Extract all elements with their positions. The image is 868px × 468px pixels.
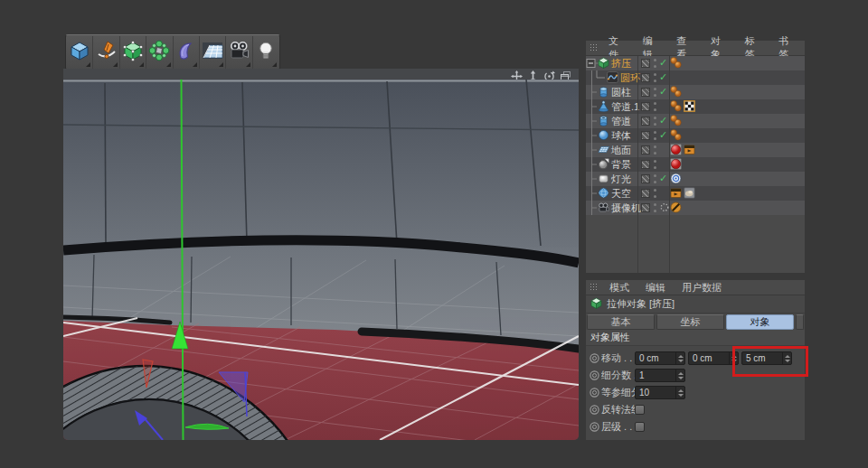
layer-toggle-icon[interactable] xyxy=(641,73,650,82)
object-name[interactable]: 灯光 xyxy=(611,173,631,186)
keyframe-circle-icon[interactable] xyxy=(590,385,599,401)
visibility-dots-icon[interactable] xyxy=(654,145,657,154)
layer-toggle-icon[interactable] xyxy=(641,131,650,140)
tube-obj-icon xyxy=(598,115,609,128)
camera-object-tool-button[interactable] xyxy=(226,36,252,69)
layer-toggle-icon[interactable] xyxy=(641,189,650,198)
phong-tag-icon[interactable] xyxy=(670,100,682,112)
spinner[interactable] xyxy=(675,370,684,381)
camera-obj-icon xyxy=(598,201,609,215)
object-row-2[interactable]: 圆柱✓ xyxy=(586,85,805,99)
sky-texture-tag-icon[interactable] xyxy=(684,187,695,199)
compositing-tag-icon[interactable] xyxy=(670,187,682,199)
keyframe-circle-icon[interactable] xyxy=(590,419,599,435)
layer-toggle-icon[interactable] xyxy=(641,174,650,183)
layer-toggle-icon[interactable] xyxy=(641,88,650,97)
spinner[interactable] xyxy=(675,387,684,398)
annotation-highlight-box xyxy=(732,346,808,377)
spinner[interactable] xyxy=(675,352,684,364)
attr-field[interactable]: 1 xyxy=(635,369,685,382)
tab-1[interactable]: 坐标 xyxy=(656,314,724,330)
floor-object-tool-button[interactable] xyxy=(200,36,226,69)
checker-texture-tag-icon[interactable] xyxy=(684,100,695,112)
object-row-8[interactable]: 灯光✓ xyxy=(586,172,805,186)
attr-field[interactable]: 0 cm xyxy=(635,351,685,365)
layer-toggle-icon[interactable] xyxy=(641,59,650,68)
object-name[interactable]: 地面 xyxy=(611,144,631,157)
viewport-canvas[interactable] xyxy=(63,80,579,440)
object-row-5[interactable]: 球体✓ xyxy=(586,128,805,143)
visibility-dots-icon[interactable] xyxy=(654,189,657,198)
layer-toggle-icon[interactable] xyxy=(641,203,650,212)
layer-toggle-icon[interactable] xyxy=(641,102,650,111)
keyframe-circle-icon[interactable] xyxy=(590,368,599,384)
attr-checkbox[interactable] xyxy=(635,422,645,432)
object-manager: 文件编辑查看对象标签书签 挤压✓圆环✓圆柱✓管道.1管道✓球体✓地面背景灯光✓天… xyxy=(586,41,805,273)
object-row-6[interactable]: 地面 xyxy=(586,143,805,157)
visibility-dots-icon[interactable] xyxy=(654,203,657,212)
layer-toggle-icon[interactable] xyxy=(641,145,650,154)
layer-toggle-icon[interactable] xyxy=(641,117,650,126)
red-material-tag-icon[interactable] xyxy=(670,158,682,170)
phong-tag-icon[interactable] xyxy=(670,86,682,98)
object-row-3[interactable]: 管道.1 xyxy=(586,99,805,114)
attr-field[interactable]: 10 xyxy=(635,386,685,399)
target-tag-icon[interactable] xyxy=(670,173,682,184)
object-name[interactable]: 圆柱 xyxy=(611,86,631,99)
red-material-tag-icon[interactable] xyxy=(670,144,682,155)
visibility-dots-icon[interactable] xyxy=(654,160,657,169)
object-row-0[interactable]: 挤压✓ xyxy=(586,56,805,70)
object-row-7[interactable]: 背景 xyxy=(586,157,805,172)
visibility-dots-icon[interactable] xyxy=(654,174,657,183)
viewport[interactable] xyxy=(63,69,579,440)
light-object-tool-button[interactable] xyxy=(253,36,278,69)
section-header: 对象属性 xyxy=(586,330,805,346)
bend-deformer-tool-button[interactable] xyxy=(174,36,200,69)
add-cube-tool-button[interactable] xyxy=(67,36,93,69)
object-name[interactable]: 背景 xyxy=(611,158,631,172)
object-row-10[interactable]: 摄像机 xyxy=(586,201,805,215)
visibility-dots-icon[interactable] xyxy=(654,88,657,97)
visibility-dots-icon[interactable] xyxy=(654,59,657,68)
visibility-dots-icon[interactable] xyxy=(654,73,657,82)
object-name[interactable]: 球体 xyxy=(611,129,631,143)
attr-field[interactable]: 0 cm xyxy=(688,351,739,365)
tab-0[interactable]: 基本 xyxy=(587,314,655,330)
keyframe-circle-icon[interactable] xyxy=(590,351,599,367)
keyframe-circle-icon[interactable] xyxy=(590,402,599,418)
visibility-dots-icon[interactable] xyxy=(654,102,657,111)
protection-tag-icon[interactable] xyxy=(670,201,682,213)
generator-tool-button[interactable] xyxy=(120,36,146,69)
am-menu-1[interactable]: 编辑 xyxy=(637,281,674,295)
object-name[interactable]: 管道.1 xyxy=(611,100,639,114)
phong-tag-icon[interactable] xyxy=(670,115,682,126)
attr-checkbox[interactable] xyxy=(635,405,645,415)
am-menu-0[interactable]: 模式 xyxy=(601,281,637,295)
phong-tag-icon[interactable] xyxy=(670,57,682,69)
object-name[interactable]: 天空 xyxy=(611,187,631,201)
layer-toggle-icon[interactable] xyxy=(641,160,650,169)
array-tool-button[interactable] xyxy=(146,36,173,69)
object-row-1[interactable]: 圆环✓ xyxy=(586,70,805,85)
spline-pen-tool-button[interactable] xyxy=(93,36,119,69)
compositing-tag-icon[interactable] xyxy=(684,144,695,155)
cone-obj-icon xyxy=(598,100,609,114)
object-name[interactable]: 管道 xyxy=(611,115,631,128)
object-name[interactable]: 挤压 xyxy=(611,57,631,70)
phong-tag-icon[interactable] xyxy=(670,129,682,141)
object-row-9[interactable]: 天空 xyxy=(586,186,805,201)
attribute-tabs: 基本坐标对象 xyxy=(586,314,805,330)
panel-grip-icon[interactable] xyxy=(590,43,597,52)
tab-overflow[interactable] xyxy=(796,314,804,330)
attribute-title-row: 拉伸对象 [挤压] xyxy=(586,295,805,314)
am-menu-2[interactable]: 用户数据 xyxy=(674,281,730,295)
tab-2[interactable]: 对象 xyxy=(726,314,794,330)
light-obj-icon xyxy=(598,173,609,186)
visibility-dots-icon[interactable] xyxy=(654,117,657,126)
object-row-4[interactable]: 管道✓ xyxy=(586,114,805,128)
visibility-dots-icon[interactable] xyxy=(654,131,657,140)
panel-grip-icon[interactable] xyxy=(590,283,598,292)
floorplane-obj-icon xyxy=(598,144,609,157)
attr-row-2: 等参细分10 xyxy=(586,384,805,401)
main-toolbar xyxy=(65,34,280,70)
